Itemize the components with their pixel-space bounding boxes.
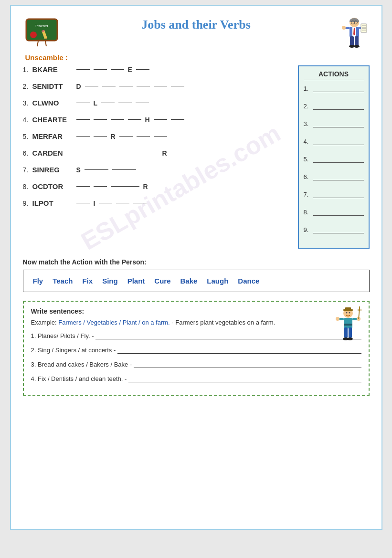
scramble-item-1: 1. BKARE E	[23, 65, 291, 74]
svg-text:Teacher: Teacher	[35, 24, 49, 28]
example-colored: Farmers / Vegetables / Plant / on a farm…	[58, 319, 170, 326]
action-line-3: 3.	[304, 120, 364, 127]
blanks-4: H	[75, 116, 291, 124]
item-num-2: 2.	[23, 83, 32, 90]
blanks-6: R	[75, 149, 291, 157]
word-teach: Teach	[53, 277, 73, 285]
scramble-item-8: 8. OCDTOR R	[23, 182, 291, 190]
word-cure: Cure	[154, 277, 170, 285]
words-box: Fly Teach Fix Sing Plant Cure Bake Laugh…	[23, 270, 370, 292]
header: Teacher Jobs and their Verbs	[23, 15, 370, 49]
sentence-fill-2	[117, 346, 361, 354]
item-word-5: MERFAR	[32, 132, 75, 140]
word-bake: Bake	[180, 277, 198, 285]
example-prefix: Example:	[31, 319, 59, 326]
svg-rect-44	[344, 327, 348, 338]
sentence-text-2: 2. Sing / Singers / at concerts -	[31, 347, 116, 354]
page-title: Jobs and their Verbs	[61, 15, 331, 32]
blanks-3: L	[75, 99, 291, 107]
svg-point-4	[33, 29, 37, 32]
svg-point-37	[336, 317, 339, 321]
scramble-item-2: 2. SENIDTT D	[23, 82, 291, 90]
item-num-9: 9.	[23, 200, 32, 207]
unscamble-label: Unscamble :	[25, 53, 370, 62]
word-fly: Fly	[33, 277, 43, 285]
sentence-text-4: 4. Fix / Dentists / and clean teeth. -	[31, 375, 127, 382]
item-word-6: CARDEN	[32, 149, 75, 157]
item-word-4: CHEARTE	[32, 116, 75, 124]
svg-rect-32	[345, 307, 351, 311]
farmer-icon	[333, 306, 364, 342]
svg-rect-8	[37, 40, 46, 41]
scramble-list: 1. BKARE E 2. SENIDTT D	[23, 65, 291, 249]
item-word-2: SENIDTT	[32, 82, 75, 90]
word-laugh: Laugh	[207, 277, 228, 285]
item-num-5: 5.	[23, 133, 32, 140]
svg-rect-0	[26, 19, 57, 41]
scramble-item-7: 7. SINREG S	[23, 166, 291, 174]
action-line-6: 6.	[304, 173, 364, 180]
farmer-figure	[333, 306, 364, 342]
scramble-item-9: 9. ILPOT I	[23, 199, 291, 207]
blanks-7: S	[75, 166, 291, 174]
svg-rect-18	[361, 24, 367, 32]
blanks-5: R	[75, 133, 291, 140]
action-line-2: 2.	[304, 103, 364, 110]
example-rest: - Farmers plant vegetables on a farm.	[171, 319, 275, 326]
svg-point-2	[30, 32, 37, 38]
svg-rect-33	[344, 318, 352, 328]
item-word-9: ILPOT	[32, 199, 75, 207]
item-num-8: 8.	[23, 183, 32, 190]
match-section: Now match the Action with the Person: Fl…	[23, 258, 370, 292]
sentence-text-1: 1. Planes/ Pilots / Fly. -	[31, 332, 94, 339]
word-dance: Dance	[238, 277, 259, 285]
item-num-4: 4.	[23, 116, 32, 124]
professor-icon	[331, 15, 367, 49]
write-section: Write sentences: Example: Farmers / Vege…	[23, 301, 370, 396]
scramble-item-4: 4. CHEARTE H	[23, 116, 291, 124]
sentence-text-3: 3. Bread and cakes / Bakers / Bake -	[31, 361, 132, 368]
sentence-fill-3	[134, 360, 361, 368]
item-word-1: BKARE	[32, 65, 75, 74]
sentence-fill-4	[128, 375, 361, 382]
svg-point-17	[342, 26, 346, 30]
svg-point-48	[346, 312, 347, 314]
blanks-2: D	[75, 83, 291, 90]
item-num-3: 3.	[23, 99, 32, 107]
action-line-7: 7.	[304, 191, 364, 198]
sentence-1: 1. Planes/ Pilots / Fly. -	[31, 332, 361, 339]
item-word-3: CLWNO	[32, 99, 75, 107]
action-line-1: 1.	[304, 85, 364, 92]
item-word-8: OCDTOR	[32, 182, 75, 190]
sentence-3: 3. Bread and cakes / Bakers / Bake -	[31, 360, 361, 368]
svg-line-10	[45, 41, 46, 46]
sentence-2: 2. Sing / Singers / at concerts -	[31, 346, 361, 354]
blanks-1: E	[75, 66, 291, 74]
action-line-4: 4.	[304, 138, 364, 145]
action-line-8: 8.	[304, 209, 364, 216]
svg-line-9	[37, 41, 38, 46]
match-label: Now match the Action with the Person:	[23, 258, 370, 266]
item-num-6: 6.	[23, 149, 32, 157]
teacher-badge: Teacher	[23, 15, 61, 49]
word-fix: Fix	[82, 277, 93, 285]
write-title: Write sentences:	[31, 307, 361, 315]
word-plant: Plant	[127, 277, 145, 285]
item-word-7: SINREG	[32, 166, 75, 174]
scramble-item-6: 6. CARDEN R	[23, 149, 291, 157]
teacher-icon: Teacher	[24, 17, 60, 48]
item-num-7: 7.	[23, 166, 32, 174]
sentence-4: 4. Fix / Dentists / and clean teeth. -	[31, 375, 361, 382]
svg-rect-24	[355, 36, 359, 46]
svg-point-26	[354, 45, 360, 48]
action-line-5: 5.	[304, 156, 364, 163]
scramble-item-5: 5. MERFAR R	[23, 132, 291, 140]
svg-point-47	[347, 337, 353, 340]
word-sing: Sing	[102, 277, 118, 285]
scramble-item-3: 3. CLWNO L	[23, 99, 291, 107]
example-line: Example: Farmers / Vegetables / Plant / …	[31, 319, 361, 326]
blanks-8: R	[75, 183, 291, 190]
svg-point-49	[349, 312, 350, 314]
sentence-fill-1	[95, 332, 361, 339]
action-line-9: 9.	[304, 226, 364, 233]
